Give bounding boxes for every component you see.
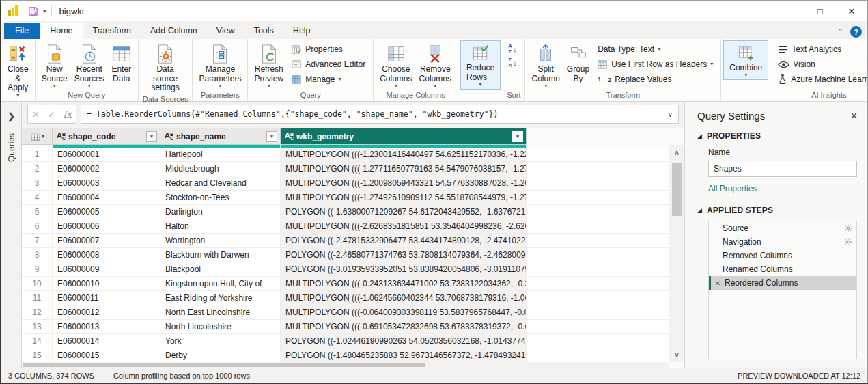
table-cell[interactable]: E06000010 — [53, 277, 160, 290]
enter-data-button[interactable]: Enter Data — [108, 41, 135, 90]
scroll-up-icon[interactable]: ∧ — [669, 145, 684, 160]
all-properties-link[interactable]: All Properties — [708, 184, 858, 193]
table-cell[interactable]: MULTIPOLYGON (((-1.06245660402344 53.706… — [281, 291, 527, 305]
delete-step-icon[interactable]: ✕ — [711, 279, 725, 287]
table-cell[interactable]: E06000001 — [53, 148, 160, 161]
data-source-settings-button[interactable]: Data source settings — [141, 41, 190, 94]
table-cell[interactable]: North Lincolnshire — [160, 320, 281, 333]
sort-descending-button[interactable]: ZA ↓ — [508, 57, 516, 68]
table-cell[interactable]: E06000015 — [53, 348, 160, 362]
save-icon[interactable] — [28, 6, 38, 16]
replace-values-button[interactable]: 1→2 Replace Values — [596, 72, 715, 86]
vision-button[interactable]: Vision — [776, 57, 868, 71]
properties-section-header[interactable]: ◢ PROPERTIES — [697, 131, 858, 141]
table-cell[interactable]: Blackburn with Darwen — [160, 248, 281, 262]
table-cell[interactable]: Derby — [160, 348, 281, 362]
grid-corner-menu-button[interactable]: ▾ — [22, 128, 53, 145]
row-number-cell[interactable]: 11 — [22, 291, 53, 305]
tab-home[interactable]: Home — [40, 23, 83, 39]
row-number-cell[interactable]: 4 — [22, 191, 53, 204]
applied-step-removed-columns[interactable]: ✕Removed Columns — [709, 249, 856, 262]
sort-ascending-button[interactable]: AZ ↓ — [508, 44, 516, 55]
new-source-button[interactable]: New Source ▾ — [38, 41, 71, 90]
group-by-button[interactable]: Group By — [563, 41, 593, 90]
table-cell[interactable]: Blackpool — [160, 262, 281, 276]
row-number-cell[interactable]: 9 — [22, 262, 53, 276]
table-cell[interactable]: MULTIPOLYGON (((-2.6268351815851 53.3546… — [281, 219, 527, 233]
table-cell[interactable]: E06000007 — [53, 234, 160, 247]
text-analytics-button[interactable]: Text Analytics — [776, 42, 868, 56]
tab-file[interactable]: File — [4, 23, 40, 39]
table-cell[interactable]: MULTIPOLYGON (((-0.064009303398119 53.58… — [281, 305, 527, 319]
horizontal-scroll-thumb[interactable] — [23, 363, 425, 367]
table-cell[interactable]: E06000003 — [53, 176, 160, 190]
column-header-shape-name[interactable]: ABC shape_name ▾ — [160, 128, 281, 145]
query-name-input[interactable] — [708, 161, 857, 177]
step-settings-gear-icon[interactable] — [844, 238, 852, 246]
manage-parameters-button[interactable]: Manage Parameters ▾ — [195, 41, 244, 90]
row-number-cell[interactable]: 2 — [22, 162, 53, 176]
row-number-cell[interactable]: 1 — [22, 148, 53, 161]
maximize-button[interactable]: □ — [804, 1, 836, 21]
split-column-button[interactable]: Split Column ▾ — [528, 41, 563, 90]
refresh-preview-button[interactable]: Refresh Preview ▾ — [251, 41, 287, 90]
expand-queries-pane-icon[interactable]: ❯ — [8, 111, 14, 121]
data-type-button[interactable]: Data Type: Text ▾ — [596, 42, 715, 56]
formula-cancel-icon[interactable]: ✕ — [32, 109, 40, 120]
table-cell[interactable]: E06000005 — [53, 205, 160, 219]
table-cell[interactable]: Darlington — [160, 205, 281, 219]
table-cell[interactable]: Warrington — [160, 234, 281, 247]
filter-dropdown-button[interactable]: ▾ — [266, 131, 277, 142]
remove-columns-button[interactable]: Remove Columns ▾ — [416, 41, 455, 90]
row-number-cell[interactable]: 7 — [22, 234, 53, 247]
tab-transform[interactable]: Transform — [83, 23, 141, 39]
recent-sources-button[interactable]: Recent Sources ▾ — [71, 41, 108, 90]
collapse-ribbon-icon[interactable]: ⌃ — [837, 27, 843, 36]
row-number-cell[interactable]: 8 — [22, 248, 53, 262]
vertical-scrollbar[interactable]: ∧ ∨ — [669, 145, 684, 362]
close-and-apply-button[interactable]: Close & Apply ▾ — [4, 41, 32, 100]
tab-tools[interactable]: Tools — [244, 23, 283, 39]
table-cell[interactable]: MULTIPOLYGON (((-0.691053472832698 53.67… — [281, 320, 527, 333]
table-cell[interactable]: E06000004 — [53, 191, 160, 204]
filter-dropdown-button[interactable]: ▾ — [512, 131, 523, 142]
use-first-row-as-headers-button[interactable]: Use First Row as Headers ▾ — [596, 57, 715, 71]
table-cell[interactable]: East Riding of Yorkshire — [160, 291, 281, 305]
column-header-shape-code[interactable]: ABC shape_code ▾ — [53, 128, 160, 145]
manage-button[interactable]: Manage ▾ — [290, 72, 367, 86]
table-cell[interactable]: E06000013 — [53, 320, 160, 333]
table-cell[interactable]: E06000008 — [53, 248, 160, 262]
row-number-cell[interactable]: 15 — [22, 348, 53, 362]
formula-expand-icon[interactable]: ∨ — [664, 111, 673, 118]
close-panel-icon[interactable]: ✕ — [850, 111, 858, 121]
vertical-scroll-thumb[interactable] — [672, 163, 682, 216]
column-header-wkb-geometry[interactable]: ABC wkb_geometry ▾ — [281, 128, 527, 145]
properties-button[interactable]: Properties — [290, 42, 367, 56]
table-cell[interactable]: POLYGON ((-3.01935933952051 53.838942005… — [281, 262, 527, 276]
formula-confirm-icon[interactable]: ✓ — [48, 109, 55, 120]
row-number-cell[interactable]: 5 — [22, 205, 53, 219]
table-cell[interactable]: Halton — [160, 219, 281, 233]
row-number-cell[interactable]: 3 — [22, 176, 53, 190]
table-cell[interactable]: Stockton-on-Tees — [160, 191, 281, 204]
choose-columns-button[interactable]: Choose Columns ▾ — [376, 41, 415, 90]
table-cell[interactable]: Middlesbrough — [160, 162, 281, 176]
row-number-cell[interactable]: 14 — [22, 334, 53, 348]
formula-input[interactable]: = Table.ReorderColumns(#"Renamed Columns… — [81, 105, 679, 124]
close-window-button[interactable]: ✕ — [836, 1, 867, 21]
table-cell[interactable]: Kingston upon Hull, City of — [160, 277, 281, 290]
table-cell[interactable]: MULTIPOLYGON (((-1.23001416440497 54.625… — [281, 148, 527, 161]
help-icon[interactable]: ? — [850, 26, 862, 38]
advanced-editor-button[interactable]: Advanced Editor — [290, 57, 367, 71]
queries-pane-label[interactable]: Queries — [7, 133, 16, 162]
step-settings-gear-icon[interactable] — [844, 224, 852, 232]
table-cell[interactable]: MULTIPOLYGON (((-0.243133634471002 53.73… — [281, 277, 527, 290]
table-cell[interactable]: E06000009 — [53, 262, 160, 276]
table-cell[interactable]: North East Lincolnshire — [160, 305, 281, 319]
table-cell[interactable]: E06000014 — [53, 334, 160, 348]
table-cell[interactable]: POLYGON ((-1.02446190990263 54.052035603… — [281, 334, 527, 348]
table-cell[interactable]: York — [160, 334, 281, 348]
quick-access-caret-icon[interactable]: ▾ — [43, 8, 46, 14]
applied-step-renamed-columns[interactable]: ✕Renamed Columns — [709, 262, 856, 276]
table-cell[interactable]: MULTIPOLYGON (((-1.27711650779163 54.547… — [281, 162, 527, 176]
